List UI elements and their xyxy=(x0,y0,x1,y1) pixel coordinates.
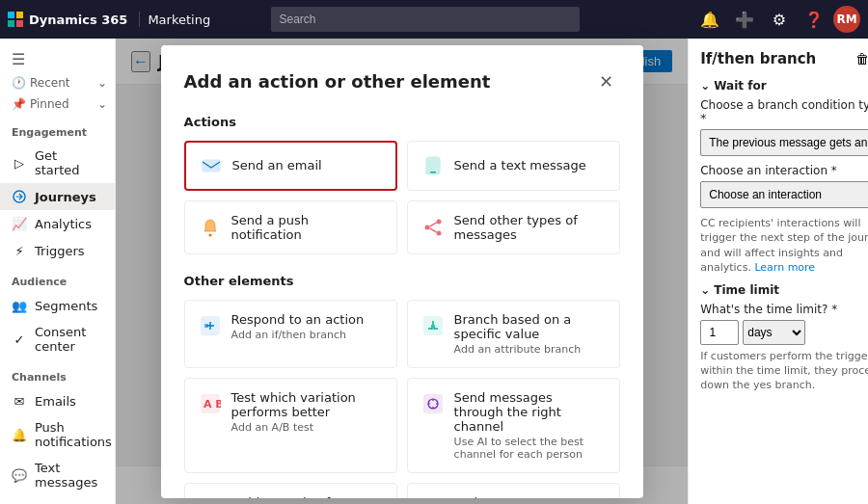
branch-value-content: Branch based on a specific value Add an … xyxy=(454,312,606,356)
right-panel-title: If/then branch 🗑 ✕ xyxy=(700,50,868,67)
send-text-label: Send a text message xyxy=(454,158,586,172)
avatar[interactable]: RM xyxy=(833,6,860,33)
learn-more-link[interactable]: Learn more xyxy=(754,261,815,274)
app-logo[interactable]: Dynamics 365 xyxy=(8,12,140,27)
consent-icon: ✓ xyxy=(12,332,27,347)
test-icon: A B xyxy=(199,392,222,415)
journeys-icon xyxy=(12,189,27,204)
right-channel-content: Send messages through the right channel … xyxy=(454,390,606,461)
dynamics-icon xyxy=(8,12,23,27)
time-unit-select[interactable]: days hours minutes xyxy=(743,320,805,345)
split-icon xyxy=(421,314,445,337)
svg-point-9 xyxy=(436,219,441,224)
mobile-icon xyxy=(421,154,445,177)
emails-icon: ✉ xyxy=(12,393,27,409)
push-notif-icon xyxy=(199,216,222,239)
panel-note: CC recipients' interactions will trigger… xyxy=(700,216,868,276)
sidebar-item-push[interactable]: 🔔 Push notifications xyxy=(0,414,115,455)
custom-trigger-label: Activate a custom trigger xyxy=(454,495,606,498)
action-send-push[interactable]: Send a push notification xyxy=(184,200,397,254)
ai-icon xyxy=(421,392,445,415)
svg-rect-7 xyxy=(430,172,436,173)
sidebar-item-get-started[interactable]: ▷ Get started xyxy=(0,143,115,183)
sidebar-item-segments[interactable]: 👥 Segments xyxy=(0,292,115,319)
sidebar-label-journeys: Journeys xyxy=(35,190,96,204)
elements-grid: Respond to an action Add an if/then bran… xyxy=(184,300,620,498)
element-custom-trigger[interactable]: Activate a custom trigger Trigger journe… xyxy=(407,483,620,498)
modal-header: Add an action or other element ✕ xyxy=(184,68,620,95)
sidebar-item-emails[interactable]: ✉ Emails xyxy=(0,387,115,414)
action-send-email[interactable]: Send an email xyxy=(184,141,397,191)
sidebar-label-analytics: Analytics xyxy=(35,217,92,231)
app-layout: ☰ 🕐 Recent ⌄ 📌 Pinned ⌄ Engagement ▷ Get… xyxy=(0,39,868,504)
pin-icon: 📌 xyxy=(12,97,26,111)
element-right-channel[interactable]: Send messages through the right channel … xyxy=(407,378,620,473)
sidebar-toggle[interactable]: ☰ xyxy=(0,46,115,72)
search-input[interactable] xyxy=(271,7,580,32)
channels-section: Channels xyxy=(0,359,115,387)
wait-for-section: ⌄ Wait for xyxy=(700,79,868,93)
bell-icon[interactable]: 🔔 xyxy=(694,4,725,35)
sidebar-label-segments: Segments xyxy=(35,299,97,313)
wait-for-label: Wait for xyxy=(714,79,766,93)
interaction-select[interactable]: Choose an interaction xyxy=(700,181,868,208)
sidebar-item-consent[interactable]: ✓ Consent center xyxy=(0,319,115,359)
svg-rect-1 xyxy=(16,12,23,18)
pinned-label: Pinned xyxy=(30,97,69,111)
modal-close-button[interactable]: ✕ xyxy=(593,68,620,95)
search-bar[interactable] xyxy=(271,7,580,32)
plus-icon[interactable]: ➕ xyxy=(729,4,760,35)
element-hold-time[interactable]: Hold an action for a specific time Add a… xyxy=(184,483,397,498)
svg-text:A B: A B xyxy=(203,398,221,411)
sidebar-label-emails: Emails xyxy=(35,394,76,409)
audience-section: Audience xyxy=(0,264,115,292)
elements-label: Other elements xyxy=(184,274,620,288)
sidebar-item-more-channels[interactable]: ⊕ More channels xyxy=(0,495,115,504)
gear-icon[interactable]: ⚙ xyxy=(764,4,795,35)
recent-item[interactable]: 🕐 Recent ⌄ xyxy=(0,72,115,93)
sidebar-item-journeys[interactable]: Journeys xyxy=(0,183,115,210)
element-ab-test[interactable]: A B Test which variation performs better… xyxy=(184,378,397,473)
sidebar-item-analytics[interactable]: 📈 Analytics xyxy=(0,210,115,237)
panel-title-text: If/then branch xyxy=(700,50,816,67)
app-name: Dynamics 365 xyxy=(29,13,127,27)
sidebar-label-consent: Consent center xyxy=(35,325,103,354)
clock-icon xyxy=(199,497,222,498)
segments-icon: 👥 xyxy=(12,298,27,313)
sidebar-label-triggers: Triggers xyxy=(35,244,85,258)
time-note: If customers perform the trigger within … xyxy=(700,349,868,393)
pinned-item[interactable]: 📌 Pinned ⌄ xyxy=(0,93,115,115)
push-icon: 🔔 xyxy=(12,427,27,442)
modal-overlay: Add an action or other element ✕ Actions… xyxy=(116,39,688,504)
svg-line-13 xyxy=(429,228,436,232)
svg-rect-2 xyxy=(8,20,14,27)
time-value-input[interactable] xyxy=(700,320,739,345)
respond-action-content: Respond to an action Add an if/then bran… xyxy=(231,312,365,341)
sidebar-label-get-started: Get started xyxy=(35,148,103,177)
action-send-other[interactable]: Send other types of messages xyxy=(407,200,620,254)
main-content: ← Journey Draft ↩ Undo ↪ Redo 💾 Save 📋 C… xyxy=(116,39,688,504)
sidebar-item-text[interactable]: 💬 Text messages xyxy=(0,455,115,495)
time-limit-section: ⌄ Time limit xyxy=(700,283,868,297)
action-send-text[interactable]: Send a text message xyxy=(407,141,620,191)
svg-line-12 xyxy=(429,223,436,226)
help-icon[interactable]: ❓ xyxy=(799,4,829,35)
element-respond-action[interactable]: Respond to an action Add an if/then bran… xyxy=(184,300,397,368)
module-name: Marketing xyxy=(148,13,210,27)
text-icon: 💬 xyxy=(12,467,27,483)
custom-trigger-content: Activate a custom trigger Trigger journe… xyxy=(454,495,606,498)
delete-button[interactable]: 🗑 xyxy=(855,51,868,66)
time-limit-label: Time limit xyxy=(714,283,779,297)
svg-rect-0 xyxy=(8,12,14,18)
svg-rect-19 xyxy=(423,394,443,413)
hold-time-content: Hold an action for a specific time Add a… xyxy=(231,495,383,498)
triggers-icon: ⚡ xyxy=(12,243,27,258)
modal-title: Add an action or other element xyxy=(184,71,491,92)
email-icon xyxy=(200,154,223,177)
send-push-label: Send a push notification xyxy=(231,213,383,242)
hold-time-label: Hold an action for a specific time xyxy=(231,495,383,498)
right-panel: If/then branch 🗑 ✕ ⌄ Wait for Choose a b… xyxy=(688,39,868,504)
branch-condition-select[interactable]: The previous message gets an interacti..… xyxy=(700,129,868,156)
sidebar-item-triggers[interactable]: ⚡ Triggers xyxy=(0,237,115,264)
element-branch-value[interactable]: Branch based on a specific value Add an … xyxy=(407,300,620,368)
